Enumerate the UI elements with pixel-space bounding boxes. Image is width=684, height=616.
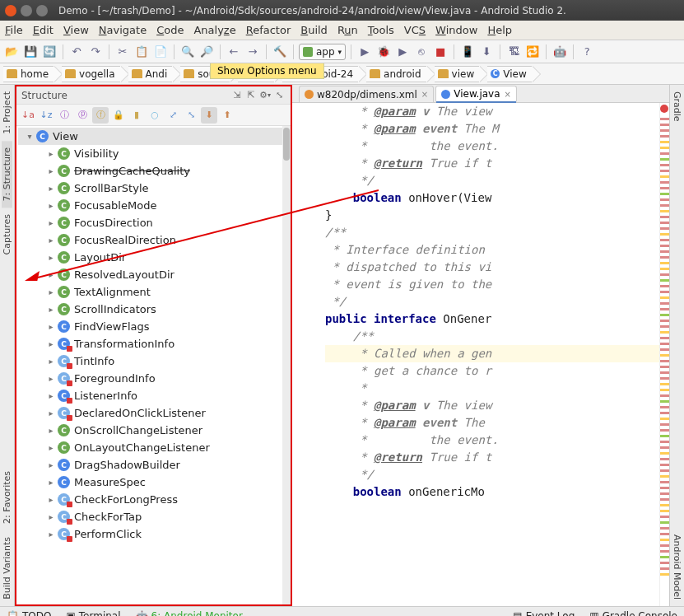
tree-twisty-icon[interactable]: ▸ [46, 374, 56, 384]
autoscroll-source-icon[interactable]: ⬇ [201, 107, 217, 124]
cut-icon[interactable]: ✂ [114, 44, 131, 60]
menu-code[interactable]: Code [156, 24, 184, 36]
breadcrumb-item[interactable]: home [3, 66, 54, 82]
tree-item[interactable]: ▸CCheckForTap [18, 508, 289, 525]
tree-item[interactable]: ▾CView [18, 128, 289, 145]
tool-captures[interactable]: Captures [2, 208, 12, 261]
avd-icon[interactable]: 📱 [459, 44, 476, 60]
tree-item[interactable]: ▸COnLayoutChangeListener [18, 439, 289, 456]
tree-item[interactable]: ▸CFocusableMode [18, 197, 289, 214]
redo-icon[interactable]: ↷ [87, 44, 104, 60]
debug-icon[interactable]: 🐞 [375, 44, 392, 60]
tool-structure[interactable]: 7: Structure [2, 141, 12, 208]
tree-item[interactable]: ▸CDrawingCacheQuality [18, 162, 289, 180]
tool-terminal[interactable]: ▣ Terminal [66, 610, 120, 617]
tree-twisty-icon[interactable]: ▸ [46, 236, 56, 245]
profile-icon[interactable]: ▶ [394, 44, 411, 60]
tree-twisty-icon[interactable]: ▸ [46, 408, 56, 418]
tree-twisty-icon[interactable]: ▸ [46, 391, 56, 401]
tree-twisty-icon[interactable]: ▸ [46, 253, 56, 263]
hide-panel-icon[interactable]: ⤡ [272, 89, 286, 102]
sort-alpha-icon[interactable]: ↓a [20, 107, 36, 124]
menu-navigate[interactable]: Navigate [99, 24, 147, 36]
show-properties-icon[interactable]: ⓟ [74, 107, 91, 124]
code-editor[interactable]: * @param v The view * @param event The M… [292, 103, 669, 606]
tree-item[interactable]: ▸CTintInfo [18, 352, 289, 370]
tree-item[interactable]: ▸COnScrollChangeListener [18, 422, 289, 439]
sort-visibility-icon[interactable]: ↓z [38, 107, 54, 124]
tree-twisty-icon[interactable]: ▸ [46, 478, 56, 488]
show-interfaces-icon[interactable]: ⓘ [56, 107, 72, 124]
tree-twisty-icon[interactable]: ▸ [46, 305, 56, 315]
tree-twisty-icon[interactable]: ▸ [46, 495, 56, 505]
tree-item[interactable]: ▸CVisibility [18, 145, 289, 162]
error-indicator-icon[interactable] [660, 105, 668, 113]
tree-item[interactable]: ▸CFocusRealDirection [18, 231, 289, 249]
run-icon[interactable]: ▶ [356, 44, 373, 60]
help-icon[interactable]: ? [579, 44, 595, 60]
close-tab-icon[interactable]: × [505, 90, 511, 99]
undo-icon[interactable]: ↶ [68, 44, 85, 60]
tool-android-monitor[interactable]: 🤖 6: Android Monitor [136, 610, 243, 617]
menu-tools[interactable]: Tools [368, 24, 394, 36]
tool-android-model[interactable]: Android Model [672, 528, 682, 606]
breadcrumb-item[interactable]: vogella [62, 66, 119, 82]
sync-icon[interactable]: 🔁 [524, 44, 541, 60]
tree-twisty-icon[interactable]: ▸ [46, 166, 56, 176]
tree-twisty-icon[interactable]: ▸ [46, 322, 56, 332]
maximize-window-icon[interactable] [36, 5, 48, 16]
structure-icon[interactable]: 🏗 [505, 44, 522, 60]
tool-build-variants[interactable]: Build Variants [2, 530, 12, 606]
tree-item[interactable]: ▸CPerformClick [18, 525, 289, 543]
tree-twisty-icon[interactable]: ▾ [25, 132, 35, 142]
menu-window[interactable]: Window [435, 24, 477, 36]
attach-icon[interactable]: ⎋ [413, 44, 430, 60]
expand-all-icon[interactable]: ⇲ [230, 89, 244, 102]
sdk-icon[interactable]: ⬇ [478, 44, 495, 60]
android-icon[interactable]: 🤖 [551, 44, 568, 60]
save-icon[interactable]: 💾 [22, 44, 39, 60]
tree-twisty-icon[interactable]: ▸ [46, 443, 56, 453]
tool-favorites[interactable]: 2: Favorites [2, 464, 12, 530]
forward-icon[interactable]: → [244, 44, 261, 60]
copy-icon[interactable]: 📋 [133, 44, 150, 60]
tree-item[interactable]: ▸CLayoutDir [18, 249, 289, 266]
editor-tab[interactable]: w820dp/dimens.xml× [299, 86, 434, 102]
tool-gradle-console[interactable]: ▥ Gradle Console [589, 610, 677, 617]
refresh-icon[interactable]: 🔄 [41, 44, 58, 60]
tool-gradle[interactable]: Gradle [672, 85, 682, 128]
tool-todo[interactable]: 📋 TODO [7, 610, 51, 617]
replace-icon[interactable]: 🔎 [198, 44, 215, 60]
tool-project[interactable]: 1: Project [2, 85, 12, 141]
breadcrumb-item[interactable]: Andi [128, 66, 173, 82]
tree-item[interactable]: ▸CTextAlignment [18, 283, 289, 301]
tree-twisty-icon[interactable]: ▸ [46, 426, 56, 436]
expand-icon[interactable]: ⤢ [165, 107, 181, 124]
tree-item[interactable]: ▸CForegroundInfo [18, 370, 289, 387]
tree-item[interactable]: ▸CScrollIndicators [18, 301, 289, 318]
options-icon[interactable]: ⚙▾ [258, 89, 272, 102]
tree-item[interactable]: ▸CFocusDirection [18, 214, 289, 231]
menu-refactor[interactable]: Refactor [246, 24, 291, 36]
menu-help[interactable]: Help [487, 24, 512, 36]
close-window-icon[interactable] [5, 5, 16, 16]
run-config-combo[interactable]: app ▾ [299, 44, 346, 60]
overview-ruler[interactable] [659, 103, 669, 606]
tree-item[interactable]: ▸CTransformationInfo [18, 335, 289, 352]
tree-twisty-icon[interactable]: ▸ [46, 512, 56, 522]
tree-item[interactable]: ▸CDragShadowBuilder [18, 456, 289, 474]
paste-icon[interactable]: 📄 [152, 44, 169, 60]
breadcrumb-item[interactable]: android [366, 66, 426, 82]
tree-item[interactable]: ▸CCheckForLongPress [18, 491, 289, 508]
collapse-all-icon[interactable]: ⇱ [244, 89, 258, 102]
show-fields-icon[interactable]: ⓕ [92, 107, 109, 124]
tree-twisty-icon[interactable]: ▸ [46, 530, 56, 539]
menu-view[interactable]: View [63, 24, 89, 36]
menu-run[interactable]: Run [337, 24, 358, 36]
show-lock-icon[interactable]: 🔒 [110, 107, 127, 124]
tree-twisty-icon[interactable]: ▸ [46, 357, 56, 366]
tree-item[interactable]: ▸CFindViewFlags [18, 318, 289, 335]
breadcrumb-class[interactable]: CView [487, 66, 531, 82]
tree-item[interactable]: ▸CListenerInfo [18, 387, 289, 404]
menu-edit[interactable]: Edit [33, 24, 54, 36]
